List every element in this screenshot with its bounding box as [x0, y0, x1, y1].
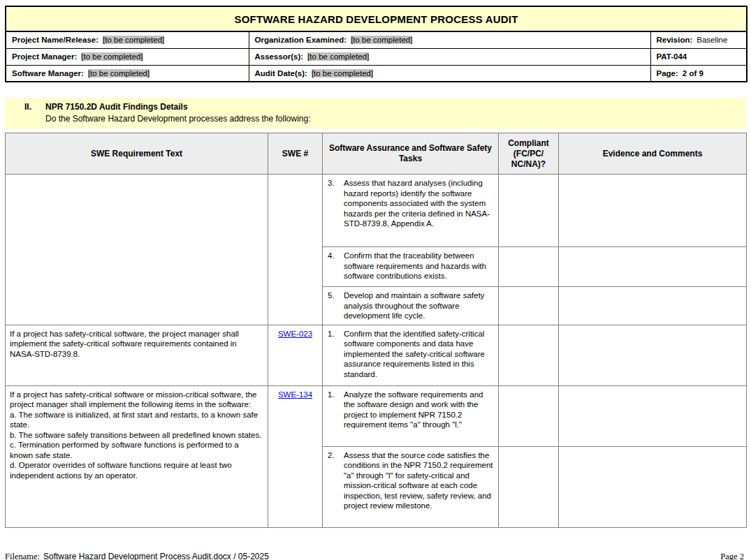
swe-link[interactable]: SWE-023	[278, 330, 312, 338]
filename-value: Software Hazard Development Process Audi…	[43, 552, 269, 560]
task-number: 1.	[328, 390, 337, 400]
info-label: PAT-044	[657, 52, 687, 61]
section-header-band: II. NPR 7150.2D Audit Findings Details D…	[5, 98, 746, 129]
info-cell: Assessor(s):[to be completed]	[249, 48, 650, 65]
info-label: Page:	[657, 69, 678, 78]
document-title: SOFTWARE HAZARD DEVELOPMENT PROCESS AUDI…	[235, 13, 518, 25]
section-heading: NPR 7150.2D Audit Findings Details	[45, 101, 188, 113]
info-cell: Project Name/Release:[to be completed]	[6, 31, 249, 48]
section-number: II.	[24, 101, 45, 113]
task-number: 1.	[328, 329, 337, 339]
info-row: Project Manager:[to be completed]Assesso…	[6, 48, 747, 65]
task-row: 3.Assess that hazard analyses (including…	[6, 175, 747, 247]
info-cell: PAT-044	[650, 48, 747, 65]
fill-in-field[interactable]: [to be completed]	[103, 36, 164, 44]
info-label: Project Manager:	[12, 52, 77, 61]
task-row: If a project has safety-critical softwar…	[6, 385, 747, 446]
compliant-cell[interactable]	[499, 247, 559, 287]
info-value: Baseline	[697, 36, 727, 44]
info-cell: Project Manager:[to be completed]	[6, 48, 249, 65]
compliant-cell[interactable]	[499, 325, 559, 385]
task-row: If a project has safety-critical softwar…	[6, 325, 747, 385]
fill-in-field[interactable]: [to be completed]	[81, 52, 143, 61]
task-number: 2.	[328, 450, 337, 461]
info-cell: Page:2 of 9	[650, 65, 747, 82]
evidence-cell[interactable]	[559, 287, 747, 325]
section-subtitle: Do the Software Hazard Development proce…	[45, 113, 746, 125]
requirement-text-cell	[6, 175, 268, 325]
info-cell: Audit Date(s):[to be completed]	[249, 65, 650, 82]
requirement-text-cell: If a project has safety-critical softwar…	[6, 325, 268, 385]
task-cell: 2.Assess that the source code satisfies …	[323, 446, 499, 527]
task-cell: 1.Analyze the software requirements and …	[323, 385, 499, 446]
fill-in-field[interactable]: [to be completed]	[351, 36, 412, 44]
task-cell: 5.Develop and maintain a software safety…	[323, 287, 499, 325]
info-label: Software Manager:	[12, 69, 84, 78]
info-cell: Software Manager:[to be completed]	[6, 65, 249, 82]
compliant-cell[interactable]	[499, 287, 559, 325]
task-text: Assess that the source code satisfies th…	[344, 450, 494, 511]
fill-in-field[interactable]: [to be completed]	[307, 52, 369, 61]
evidence-cell[interactable]	[559, 446, 747, 527]
info-label: Revision:	[657, 36, 693, 44]
compliant-cell[interactable]	[499, 446, 559, 527]
compliant-cell[interactable]	[499, 175, 559, 247]
findings-header-row: SWE Requirement Text SWE # Software Assu…	[6, 133, 747, 175]
info-cell: Organization Examined:[to be completed]	[249, 31, 650, 48]
evidence-cell[interactable]	[559, 175, 747, 247]
swe-number-cell: SWE-023	[268, 325, 323, 385]
task-text: Assess that hazard analyses (including h…	[344, 178, 494, 229]
task-cell: 3.Assess that hazard analyses (including…	[323, 175, 499, 247]
col-header-evidence: Evidence and Comments	[559, 133, 747, 175]
findings-table-body: 3.Assess that hazard analyses (including…	[6, 175, 747, 528]
task-text: Analyze the software requirements and th…	[344, 390, 494, 430]
title-row: SOFTWARE HAZARD DEVELOPMENT PROCESS AUDI…	[6, 6, 747, 31]
info-table: SOFTWARE HAZARD DEVELOPMENT PROCESS AUDI…	[5, 6, 748, 82]
task-number: 4.	[328, 251, 337, 261]
col-header-compliant: Compliant (FC/PC/ NC/NA)?	[499, 133, 559, 175]
evidence-cell[interactable]	[559, 325, 747, 385]
findings-table: SWE Requirement Text SWE # Software Assu…	[5, 133, 747, 528]
footer-filename: Filename:Software Hazard Development Pro…	[5, 550, 269, 560]
col-header-swe-number: SWE #	[268, 133, 323, 175]
footer-page-number: Page 2	[720, 552, 744, 560]
evidence-cell[interactable]	[559, 385, 747, 446]
compliant-cell[interactable]	[499, 385, 559, 446]
task-number: 3.	[328, 178, 337, 189]
fill-in-field[interactable]: [to be completed]	[88, 69, 150, 78]
requirement-text-cell: If a project has safety-critical softwar…	[6, 385, 268, 527]
task-text: Confirm that the traceability between so…	[344, 251, 494, 281]
swe-number-cell: SWE-134	[268, 385, 323, 527]
info-cell: Revision:Baseline	[650, 31, 747, 48]
swe-link[interactable]: SWE-134	[278, 390, 312, 399]
info-row: Project Name/Release:[to be completed]Or…	[6, 31, 747, 48]
task-cell: 1.Confirm that the identified safety-cri…	[323, 325, 499, 385]
task-text: Develop and maintain a software safety a…	[344, 290, 494, 321]
task-text: Confirm that the identified safety-criti…	[344, 329, 494, 380]
col-header-sa-tasks: Software Assurance and Software Safety T…	[323, 133, 499, 175]
info-value: 2 of 9	[683, 69, 703, 78]
evidence-cell[interactable]	[559, 247, 747, 287]
task-number: 5.	[328, 290, 337, 301]
swe-number-cell	[268, 175, 323, 325]
document-page: SOFTWARE HAZARD DEVELOPMENT PROCESS AUDI…	[5, 6, 746, 560]
info-label: Assessor(s):	[255, 52, 304, 61]
task-cell: 4.Confirm that the traceability between …	[323, 247, 499, 287]
info-row: Software Manager:[to be completed]Audit …	[6, 65, 747, 82]
info-label: Project Name/Release:	[12, 36, 99, 44]
info-label: Audit Date(s):	[255, 69, 307, 78]
info-label: Organization Examined:	[255, 36, 347, 44]
fill-in-field[interactable]: [to be completed]	[312, 69, 373, 78]
col-header-swe-requirement-text: SWE Requirement Text	[6, 133, 268, 175]
page-footer: Filename:Software Hazard Development Pro…	[5, 550, 746, 560]
filename-label: Filename:	[5, 552, 40, 560]
